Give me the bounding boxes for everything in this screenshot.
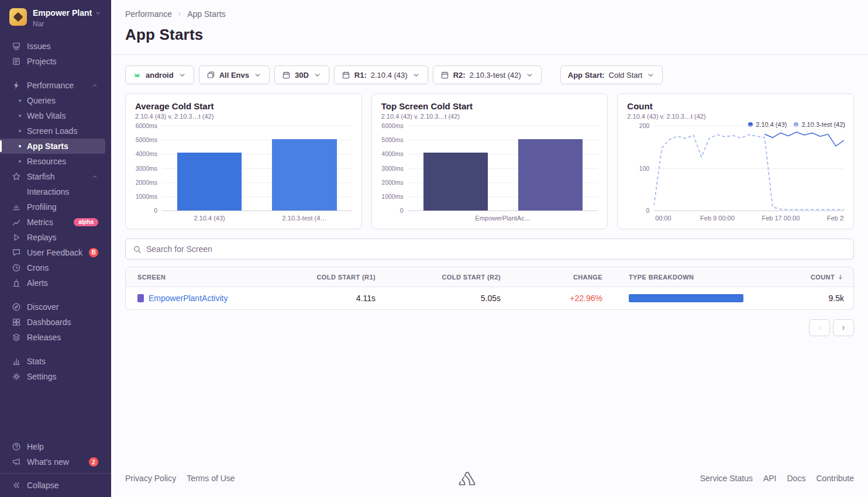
- org-switcher[interactable]: Empower Plant Nar: [0, 0, 111, 33]
- footer-link-service-status[interactable]: Service Status: [700, 474, 753, 483]
- stats-icon: [12, 357, 21, 366]
- filter-environment[interactable]: All Envs: [199, 65, 270, 84]
- sidebar-item-releases[interactable]: Releases: [0, 330, 111, 345]
- pagination: [111, 310, 868, 336]
- org-subtitle: Nar: [33, 20, 101, 28]
- sidebar-item-screen-loads[interactable]: Screen Loads: [0, 123, 111, 139]
- sidebar-item-replays[interactable]: Replays: [0, 230, 111, 245]
- chart-y-axis: 6000ms5000ms4000ms3000ms2000ms1000ms0: [135, 126, 162, 210]
- sidebar-item-resources[interactable]: Resources: [0, 154, 111, 169]
- x-axis-label: Feb 25 00:0: [827, 215, 844, 222]
- y-axis-tick: 5000ms: [136, 136, 157, 143]
- sentry-logo: [235, 471, 700, 485]
- sidebar-item-issues[interactable]: Issues: [0, 39, 111, 54]
- org-logo: [9, 8, 27, 26]
- feedback-icon: [12, 248, 21, 257]
- main-content: Performance App Starts App Starts androi…: [111, 0, 868, 497]
- chart-count: Count 2.10.4 (43) v. 2.10.3…t (42) 2.10.…: [617, 94, 854, 229]
- calendar-icon: [342, 71, 350, 80]
- sidebar-item-label: Resources: [27, 157, 66, 166]
- chart-subtitle: 2.10.4 (43) v. 2.10.3…t (42): [135, 113, 352, 120]
- filter-value: 2.10.4 (43): [371, 71, 408, 80]
- sidebar-item-performance[interactable]: Performance: [0, 78, 111, 93]
- sidebar-item-queries[interactable]: Queries: [0, 93, 111, 108]
- column-header-type-breakdown[interactable]: TYPE BREAKDOWN: [612, 274, 758, 281]
- starfish-icon: [12, 172, 21, 181]
- y-axis-tick: 0: [400, 207, 404, 214]
- sidebar-collapse-button[interactable]: Collapse: [0, 473, 111, 497]
- sidebar-item-label: Screen Loads: [27, 126, 77, 136]
- filter-value: 30D: [295, 71, 309, 80]
- chart-x-axis-labels: 2.10.4 (43)2.10.3-test (4…: [162, 213, 352, 224]
- y-axis-tick: 3000ms: [381, 165, 403, 172]
- screen-icon: [137, 294, 144, 302]
- footer-link-docs[interactable]: Docs: [787, 474, 806, 483]
- sidebar-item-starfish[interactable]: Starfish: [0, 169, 111, 184]
- sidebar-item-settings[interactable]: Settings: [0, 369, 111, 384]
- filter-prefix: R2:: [453, 71, 466, 80]
- collapse-label: Collapse: [27, 481, 58, 490]
- sidebar-item-profiling[interactable]: Profiling: [0, 199, 111, 215]
- sidebar-item-label: App Starts: [27, 141, 68, 151]
- column-header-count[interactable]: COUNT: [758, 274, 853, 281]
- chart-title: Average Cold Start: [135, 101, 352, 111]
- chevron-right-icon: [840, 325, 847, 332]
- filter-project[interactable]: android: [125, 65, 194, 84]
- bullet-icon: [19, 99, 21, 102]
- sidebar-item-alerts[interactable]: Alerts: [0, 275, 111, 291]
- footer-link-terms-of-use[interactable]: Terms of Use: [187, 474, 235, 483]
- sidebar-item-discover[interactable]: Discover: [0, 299, 111, 315]
- footer-link-api[interactable]: API: [763, 474, 777, 483]
- column-header-change[interactable]: CHANGE: [510, 274, 612, 281]
- y-axis-tick: 1000ms: [136, 193, 157, 200]
- next-page-button[interactable]: [833, 319, 854, 336]
- gridline: [162, 126, 352, 126]
- chevron-right-icon: [177, 11, 182, 17]
- filter-prefix: App Start:: [568, 71, 605, 80]
- sidebar-item-label: Settings: [27, 372, 57, 381]
- x-axis-label: 2.10.3-test (4…: [283, 215, 327, 222]
- x-axis-label: Feb 17 00:00: [762, 215, 800, 222]
- filter-date-range[interactable]: 30D: [274, 65, 329, 84]
- user-feedback-badge: B: [89, 248, 98, 257]
- sidebar-item-stats[interactable]: Stats: [0, 354, 111, 369]
- filter-app-start-type[interactable]: App Start:Cold Start: [560, 65, 663, 84]
- sidebar-item-metrics[interactable]: Metricsalpha: [0, 215, 111, 230]
- chart-title: Count: [627, 101, 844, 111]
- org-logo-diamond-icon: [13, 12, 23, 22]
- screen-link[interactable]: EmpowerPlantActivity: [149, 294, 228, 303]
- prev-page-button[interactable]: [809, 319, 830, 336]
- calendar-icon: [440, 71, 449, 80]
- sidebar-item-web-vitals[interactable]: Web Vitals: [0, 108, 111, 123]
- chevron-down-icon: [646, 71, 655, 80]
- breadcrumb-app-starts: App Starts: [187, 9, 225, 19]
- x-axis-label: Feb 9 00:00: [700, 215, 735, 222]
- sidebar-item-dashboards[interactable]: Dashboards: [0, 315, 111, 330]
- sidebar-item-label: What's new: [27, 457, 69, 467]
- page-title: App Starts: [125, 26, 854, 44]
- search-input[interactable]: [146, 244, 846, 254]
- y-axis-tick: 4000ms: [136, 150, 157, 157]
- breadcrumb-performance[interactable]: Performance: [125, 9, 172, 19]
- sidebar-item-interactions[interactable]: Interactions: [0, 184, 111, 199]
- sidebar-item-user-feedback[interactable]: User FeedbackB: [0, 245, 111, 260]
- sidebar-item-label: Web Vitals: [27, 111, 66, 120]
- column-header-cold-start-r1[interactable]: COLD START (R1): [272, 274, 385, 281]
- filter-release-1[interactable]: R1:2.10.4 (43): [334, 65, 428, 84]
- sidebar-item-crons[interactable]: Crons: [0, 260, 111, 275]
- x-axis-label: Feb 1 00:00: [654, 215, 671, 222]
- footer-link-contribute[interactable]: Contribute: [816, 474, 854, 483]
- column-header-cold-start-r2[interactable]: COLD START (R2): [385, 274, 510, 281]
- metrics-badge: alpha: [74, 218, 98, 226]
- footer-link-privacy-policy[interactable]: Privacy Policy: [125, 474, 176, 483]
- replays-icon: [12, 233, 21, 242]
- filter-release-2[interactable]: R2:2.10.3-test (42): [433, 65, 542, 84]
- chart-y-axis: 2001000: [627, 126, 654, 210]
- sidebar-item-app-starts[interactable]: App Starts: [0, 139, 105, 154]
- sidebar-item-projects[interactable]: Projects: [0, 54, 111, 69]
- sidebar-item-help[interactable]: Help: [0, 439, 111, 454]
- org-text: Empower Plant Nar: [33, 8, 101, 28]
- column-header-screen[interactable]: SCREEN: [126, 274, 272, 281]
- collapse-icon: [12, 481, 21, 490]
- sidebar-item-what-s-new[interactable]: What's new2: [0, 454, 111, 470]
